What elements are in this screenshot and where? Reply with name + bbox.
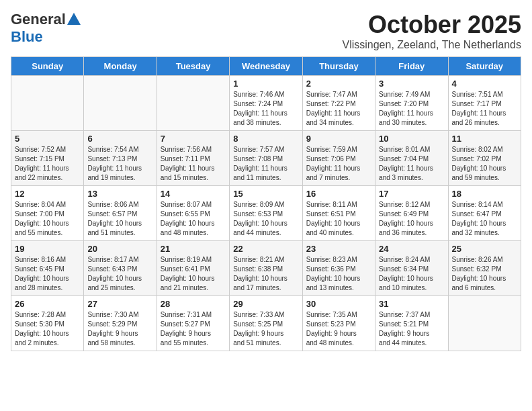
day-number: 25 (452, 244, 517, 254)
day-info: Sunrise: 7:56 AM Sunset: 7:11 PM Dayligh… (161, 145, 226, 183)
day-number: 9 (306, 134, 371, 144)
day-number: 20 (87, 244, 152, 254)
week-row-4: 19Sunrise: 8:16 AM Sunset: 6:45 PM Dayli… (11, 241, 521, 296)
header-day-friday: Friday (375, 57, 448, 76)
week-row-1: 1Sunrise: 7:46 AM Sunset: 7:24 PM Daylig… (11, 76, 521, 131)
day-info: Sunrise: 7:37 AM Sunset: 5:21 PM Dayligh… (379, 310, 444, 348)
day-number: 2 (306, 79, 371, 89)
day-number: 7 (161, 134, 226, 144)
day-info: Sunrise: 7:35 AM Sunset: 5:23 PM Dayligh… (306, 310, 371, 348)
day-info: Sunrise: 8:01 AM Sunset: 7:04 PM Dayligh… (379, 145, 444, 183)
header-day-tuesday: Tuesday (157, 57, 229, 76)
calendar-cell: 19Sunrise: 8:16 AM Sunset: 6:45 PM Dayli… (11, 241, 84, 296)
week-row-2: 5Sunrise: 7:52 AM Sunset: 7:15 PM Daylig… (11, 131, 521, 186)
header-day-saturday: Saturday (448, 57, 521, 76)
calendar-cell: 30Sunrise: 7:35 AM Sunset: 5:23 PM Dayli… (302, 296, 375, 351)
day-info: Sunrise: 7:31 AM Sunset: 5:27 PM Dayligh… (161, 310, 226, 348)
day-number: 19 (15, 244, 80, 254)
day-number: 23 (306, 244, 371, 254)
calendar-table: SundayMondayTuesdayWednesdayThursdayFrid… (11, 56, 521, 351)
day-info: Sunrise: 8:04 AM Sunset: 7:00 PM Dayligh… (15, 200, 80, 238)
day-number: 18 (452, 189, 517, 199)
calendar-cell: 7Sunrise: 7:56 AM Sunset: 7:11 PM Daylig… (157, 131, 229, 186)
day-number: 4 (452, 79, 517, 89)
header-row: SundayMondayTuesdayWednesdayThursdayFrid… (11, 57, 521, 76)
calendar-cell: 21Sunrise: 8:19 AM Sunset: 6:41 PM Dayli… (157, 241, 229, 296)
day-number: 21 (161, 244, 226, 254)
day-number: 1 (233, 79, 298, 89)
day-info: Sunrise: 8:12 AM Sunset: 6:49 PM Dayligh… (379, 200, 444, 238)
week-row-5: 26Sunrise: 7:28 AM Sunset: 5:30 PM Dayli… (11, 296, 521, 351)
day-info: Sunrise: 8:02 AM Sunset: 7:02 PM Dayligh… (452, 145, 517, 183)
day-number: 8 (233, 134, 298, 144)
day-info: Sunrise: 8:24 AM Sunset: 6:34 PM Dayligh… (379, 255, 444, 293)
calendar-cell: 26Sunrise: 7:28 AM Sunset: 5:30 PM Dayli… (11, 296, 84, 351)
day-info: Sunrise: 7:54 AM Sunset: 7:13 PM Dayligh… (87, 145, 152, 183)
calendar-cell: 25Sunrise: 8:26 AM Sunset: 6:32 PM Dayli… (448, 241, 521, 296)
day-info: Sunrise: 7:47 AM Sunset: 7:22 PM Dayligh… (306, 90, 371, 128)
calendar-cell: 3Sunrise: 7:49 AM Sunset: 7:20 PM Daylig… (375, 76, 448, 131)
calendar-cell: 2Sunrise: 7:47 AM Sunset: 7:22 PM Daylig… (302, 76, 375, 131)
day-number: 24 (379, 244, 444, 254)
header-day-sunday: Sunday (11, 57, 84, 76)
calendar-cell: 16Sunrise: 8:11 AM Sunset: 6:51 PM Dayli… (302, 186, 375, 241)
calendar-cell: 14Sunrise: 8:07 AM Sunset: 6:55 PM Dayli… (157, 186, 229, 241)
day-info: Sunrise: 8:19 AM Sunset: 6:41 PM Dayligh… (161, 255, 226, 293)
logo-triangle-icon (67, 13, 81, 25)
calendar-cell: 1Sunrise: 7:46 AM Sunset: 7:24 PM Daylig… (230, 76, 302, 131)
day-number: 27 (87, 299, 152, 309)
day-info: Sunrise: 7:30 AM Sunset: 5:29 PM Dayligh… (87, 310, 152, 348)
calendar-cell: 10Sunrise: 8:01 AM Sunset: 7:04 PM Dayli… (375, 131, 448, 186)
logo: General Blue (11, 11, 81, 46)
day-number: 13 (87, 189, 152, 199)
day-number: 3 (379, 79, 444, 89)
day-number: 14 (161, 189, 226, 199)
day-number: 10 (379, 134, 444, 144)
day-number: 6 (87, 134, 152, 144)
calendar-cell: 12Sunrise: 8:04 AM Sunset: 7:00 PM Dayli… (11, 186, 84, 241)
day-info: Sunrise: 8:17 AM Sunset: 6:43 PM Dayligh… (87, 255, 152, 293)
day-info: Sunrise: 7:33 AM Sunset: 5:25 PM Dayligh… (233, 310, 298, 348)
calendar-cell: 4Sunrise: 7:51 AM Sunset: 7:17 PM Daylig… (448, 76, 521, 131)
day-info: Sunrise: 8:07 AM Sunset: 6:55 PM Dayligh… (161, 200, 226, 238)
day-number: 15 (233, 189, 298, 199)
calendar-body: 1Sunrise: 7:46 AM Sunset: 7:24 PM Daylig… (11, 76, 521, 351)
calendar-cell: 9Sunrise: 7:59 AM Sunset: 7:06 PM Daylig… (302, 131, 375, 186)
calendar-cell (157, 76, 229, 131)
day-info: Sunrise: 7:51 AM Sunset: 7:17 PM Dayligh… (452, 90, 517, 128)
day-info: Sunrise: 8:06 AM Sunset: 6:57 PM Dayligh… (87, 200, 152, 238)
calendar-cell: 11Sunrise: 8:02 AM Sunset: 7:02 PM Dayli… (448, 131, 521, 186)
title-block: October 2025 Vlissingen, Zeeland, The Ne… (342, 11, 521, 51)
header-day-monday: Monday (84, 57, 157, 76)
day-info: Sunrise: 7:52 AM Sunset: 7:15 PM Dayligh… (15, 145, 80, 183)
calendar-cell: 13Sunrise: 8:06 AM Sunset: 6:57 PM Dayli… (84, 186, 157, 241)
calendar-cell: 29Sunrise: 7:33 AM Sunset: 5:25 PM Dayli… (230, 296, 302, 351)
day-info: Sunrise: 8:09 AM Sunset: 6:53 PM Dayligh… (233, 200, 298, 238)
calendar-cell: 23Sunrise: 8:23 AM Sunset: 6:36 PM Dayli… (302, 241, 375, 296)
page-header: General Blue October 2025 Vlissingen, Ze… (11, 11, 521, 51)
day-number: 16 (306, 189, 371, 199)
calendar-cell: 8Sunrise: 7:57 AM Sunset: 7:08 PM Daylig… (230, 131, 302, 186)
calendar-cell: 18Sunrise: 8:14 AM Sunset: 6:47 PM Dayli… (448, 186, 521, 241)
header-day-wednesday: Wednesday (230, 57, 302, 76)
day-info: Sunrise: 8:11 AM Sunset: 6:51 PM Dayligh… (306, 200, 371, 238)
day-number: 5 (15, 134, 80, 144)
day-number: 28 (161, 299, 226, 309)
logo-blue-text: Blue (11, 28, 43, 46)
calendar-cell: 31Sunrise: 7:37 AM Sunset: 5:21 PM Dayli… (375, 296, 448, 351)
calendar-cell (448, 296, 521, 351)
day-number: 11 (452, 134, 517, 144)
calendar-cell: 6Sunrise: 7:54 AM Sunset: 7:13 PM Daylig… (84, 131, 157, 186)
calendar-cell: 15Sunrise: 8:09 AM Sunset: 6:53 PM Dayli… (230, 186, 302, 241)
calendar-cell: 27Sunrise: 7:30 AM Sunset: 5:29 PM Dayli… (84, 296, 157, 351)
day-info: Sunrise: 7:28 AM Sunset: 5:30 PM Dayligh… (15, 310, 80, 348)
calendar-cell (11, 76, 84, 131)
week-row-3: 12Sunrise: 8:04 AM Sunset: 7:00 PM Dayli… (11, 186, 521, 241)
logo-general-text: General (11, 11, 66, 28)
month-title: October 2025 (342, 11, 521, 39)
day-info: Sunrise: 8:16 AM Sunset: 6:45 PM Dayligh… (15, 255, 80, 293)
day-info: Sunrise: 7:46 AM Sunset: 7:24 PM Dayligh… (233, 90, 298, 128)
day-number: 22 (233, 244, 298, 254)
day-info: Sunrise: 7:49 AM Sunset: 7:20 PM Dayligh… (379, 90, 444, 128)
day-number: 30 (306, 299, 371, 309)
